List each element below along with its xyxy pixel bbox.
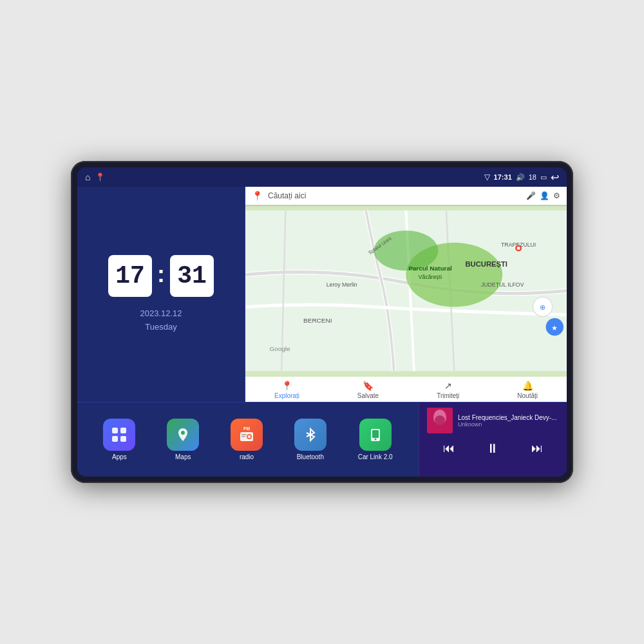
- volume-icon: 🔊: [516, 173, 525, 182]
- map-body[interactable]: Parcul Natural Văcărești Leroy Merlin BU…: [245, 205, 567, 377]
- mic-icon[interactable]: 🎤: [526, 191, 536, 200]
- explore-label: Explorați: [274, 392, 299, 399]
- status-left: ⌂ 📍: [85, 172, 105, 182]
- play-pause-button[interactable]: ⏸: [481, 439, 504, 459]
- main-content: 17 : 31 2023.12.12 Tuesday 📍 Căuta: [77, 187, 567, 477]
- maps-icon: [167, 419, 199, 451]
- clock-display: 17 : 31: [108, 255, 214, 297]
- map-header-icons: 🎤 👤 ⚙: [526, 191, 560, 200]
- radio-icon: FM: [231, 419, 263, 451]
- music-artist: Unknown: [458, 421, 559, 428]
- svg-rect-26: [242, 434, 247, 435]
- svg-point-31: [374, 439, 376, 440]
- svg-point-22: [181, 431, 185, 435]
- home-icon[interactable]: ⌂: [85, 172, 90, 182]
- news-icon: 🔔: [522, 381, 533, 391]
- svg-point-12: [517, 247, 520, 250]
- app-item-carlink[interactable]: Car Link 2.0: [358, 419, 393, 460]
- svg-rect-19: [120, 428, 126, 433]
- svg-text:JUDEȚUL ILFOV: JUDEȚUL ILFOV: [481, 281, 524, 288]
- music-text: Lost Frequencies_Janieck Devy-... Unknow…: [458, 414, 559, 428]
- back-icon[interactable]: ↩: [551, 171, 559, 184]
- svg-rect-20: [112, 436, 118, 442]
- music-info: Lost Frequencies_Janieck Devy-... Unknow…: [427, 408, 559, 433]
- clock-minute: 31: [170, 255, 214, 297]
- saved-icon: 🔖: [363, 381, 374, 391]
- clock-colon: :: [157, 261, 165, 288]
- news-label: Noutăți: [517, 392, 538, 399]
- svg-text:⊕: ⊕: [540, 303, 545, 311]
- share-label: Trimiteți: [437, 392, 459, 399]
- music-player: Lost Frequencies_Janieck Devy-... Unknow…: [419, 402, 567, 477]
- map-search-input[interactable]: Căutați aici: [268, 191, 521, 200]
- saved-label: Salvate: [357, 392, 379, 399]
- prev-button[interactable]: ⏮: [438, 439, 460, 458]
- bluetooth-icon: [294, 419, 327, 451]
- bottom-section: Apps Maps: [77, 402, 567, 477]
- map-pin-icon: 📍: [252, 191, 263, 201]
- radio-label: radio: [240, 453, 254, 460]
- svg-rect-27: [242, 436, 245, 437]
- status-bar: ⌂ 📍 ▽ 17:31 🔊 18 ▭ ↩: [77, 167, 567, 187]
- device-screen: ⌂ 📍 ▽ 17:31 🔊 18 ▭ ↩ 17 :: [77, 167, 567, 477]
- svg-text:Văcărești: Văcărești: [419, 274, 442, 280]
- music-title: Lost Frequencies_Janieck Devy-...: [458, 414, 559, 421]
- explore-icon: 📍: [281, 381, 292, 391]
- svg-rect-30: [372, 430, 379, 438]
- map-panel[interactable]: 📍 Căutați aici 🎤 👤 ⚙: [245, 187, 567, 402]
- svg-text:BUCUREȘTI: BUCUREȘTI: [466, 260, 507, 268]
- svg-text:Google: Google: [269, 345, 290, 352]
- apps-row: Apps Maps: [77, 402, 419, 477]
- app-item-apps[interactable]: Apps: [103, 419, 135, 460]
- svg-point-34: [435, 415, 445, 426]
- clock-date: 2023.12.12 Tuesday: [140, 307, 182, 334]
- svg-text:BERCENI: BERCENI: [303, 317, 332, 324]
- bluetooth-label: Bluetooth: [297, 453, 324, 460]
- status-right: ▽ 17:31 🔊 18 ▭ ↩: [484, 171, 559, 184]
- svg-text:Parcul Natural: Parcul Natural: [408, 265, 452, 272]
- apps-icon: [103, 419, 135, 451]
- svg-text:FM: FM: [243, 426, 250, 431]
- carlink-icon: [359, 419, 392, 451]
- map-footer-saved[interactable]: 🔖 Salvate: [357, 381, 379, 399]
- maps-nav-icon[interactable]: 📍: [95, 173, 105, 182]
- app-item-radio[interactable]: FM radio: [231, 419, 263, 460]
- map-footer-share[interactable]: ↗ Trimiteți: [437, 381, 459, 399]
- music-thumbnail: [427, 408, 453, 433]
- map-footer-explore[interactable]: 📍 Explorați: [274, 381, 299, 399]
- map-footer-news[interactable]: 🔔 Noutăți: [517, 381, 538, 399]
- next-button[interactable]: ⏭: [526, 439, 548, 458]
- map-footer: 📍 Explorați 🔖 Salvate ↗ Trimiteți 🔔: [245, 377, 567, 402]
- map-header: 📍 Căutați aici 🎤 👤 ⚙: [245, 187, 567, 205]
- svg-text:★: ★: [551, 324, 558, 332]
- clock-panel: 17 : 31 2023.12.12 Tuesday: [77, 187, 245, 402]
- app-item-maps[interactable]: Maps: [167, 419, 199, 460]
- svg-text:Leroy Merlin: Leroy Merlin: [327, 281, 357, 288]
- music-controls: ⏮ ⏸ ⏭: [427, 439, 559, 459]
- svg-rect-18: [112, 428, 118, 433]
- app-item-bluetooth[interactable]: Bluetooth: [294, 419, 327, 460]
- signal-icon: ▽: [484, 173, 490, 182]
- clock-hour: 17: [108, 255, 152, 297]
- status-time: 17:31: [494, 173, 512, 181]
- top-section: 17 : 31 2023.12.12 Tuesday 📍 Căuta: [77, 187, 567, 402]
- battery-level: 18: [529, 173, 536, 181]
- carlink-label: Car Link 2.0: [358, 453, 393, 460]
- svg-point-25: [248, 435, 251, 438]
- car-head-unit: ⌂ 📍 ▽ 17:31 🔊 18 ▭ ↩ 17 :: [71, 161, 573, 483]
- settings-map-icon[interactable]: ⚙: [553, 191, 560, 200]
- maps-label: Maps: [175, 453, 191, 460]
- share-icon: ↗: [444, 381, 452, 391]
- svg-rect-21: [120, 436, 126, 442]
- battery-icon: ▭: [540, 173, 547, 182]
- account-icon[interactable]: 👤: [540, 191, 549, 200]
- apps-label: Apps: [112, 453, 127, 460]
